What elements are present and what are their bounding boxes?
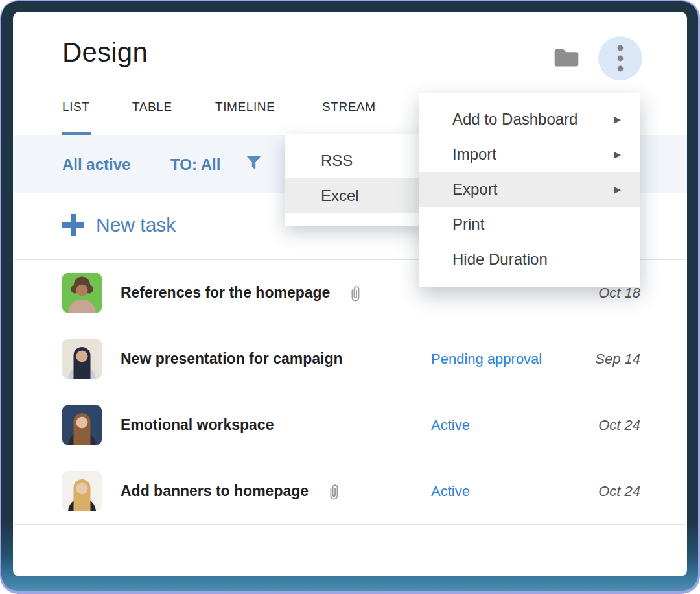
task-row[interactable]: New presentation for campaign Pending ap… <box>13 326 687 392</box>
task-status[interactable]: Active <box>431 458 470 524</box>
submenu-arrow-icon: ▶ <box>614 172 621 207</box>
tab-list[interactable]: LIST <box>62 100 90 114</box>
filter-button[interactable] <box>245 154 262 174</box>
submenu-arrow-icon: ▶ <box>614 102 621 137</box>
menu-item-label: Import <box>452 145 496 163</box>
more-menu-button[interactable] <box>598 36 642 80</box>
task-due-date: Oct 24 <box>598 458 640 524</box>
submenu-item-label: RSS <box>321 152 353 169</box>
menu-item-label: Add to Dashboard <box>452 110 578 128</box>
tab-timeline[interactable]: TIMELINE <box>215 100 275 114</box>
task-title[interactable]: Emotional workspace <box>121 416 274 434</box>
folder-icon <box>553 46 580 68</box>
task-due-date: Sep 14 <box>595 326 640 392</box>
task-status[interactable]: Active <box>431 392 470 458</box>
submenu-item-rss[interactable]: RSS <box>285 143 428 178</box>
menu-item-hide-duration[interactable]: Hide Duration ▶ <box>419 242 640 277</box>
task-due-date: Oct 24 <box>598 392 640 458</box>
task-status[interactable]: Pending approval <box>431 326 542 392</box>
kebab-menu-icon <box>617 45 624 72</box>
task-title[interactable]: New presentation for campaign <box>121 350 343 368</box>
task-row[interactable]: Emotional workspace Active Oct 24 <box>13 392 687 458</box>
tab-table[interactable]: TABLE <box>132 100 172 114</box>
attachment-icon <box>348 285 362 303</box>
task-title[interactable]: References for the homepage <box>121 284 330 302</box>
menu-item-label: Export <box>452 180 497 198</box>
funnel-icon <box>245 154 262 172</box>
menu-item-export[interactable]: Export ▶ <box>419 172 640 207</box>
folder-button[interactable] <box>552 44 581 70</box>
new-task-label: New task <box>96 214 176 236</box>
tab-stream[interactable]: STREAM <box>322 100 376 114</box>
menu-item-print[interactable]: Print ▶ <box>419 207 640 242</box>
submenu-item-excel[interactable]: Excel <box>285 178 428 213</box>
avatar <box>62 471 102 511</box>
filter-scope[interactable]: All active <box>62 156 130 174</box>
avatar <box>62 273 102 313</box>
attachment-icon <box>327 483 341 501</box>
task-title[interactable]: Add banners to homepage <box>121 482 309 500</box>
export-submenu: RSS Excel <box>285 134 428 226</box>
submenu-item-label: Excel <box>321 187 359 204</box>
page-title: Design <box>62 37 148 68</box>
row-divider <box>14 524 686 525</box>
menu-item-import[interactable]: Import ▶ <box>419 137 640 172</box>
menu-item-label: Hide Duration <box>452 250 548 268</box>
new-task-button[interactable]: New task <box>62 214 176 236</box>
submenu-arrow-icon: ▶ <box>614 137 621 172</box>
avatar <box>62 339 102 379</box>
app-window: Design LIST TABLE TIMELINE STREAM All ac… <box>0 0 700 594</box>
task-row[interactable]: Add banners to homepage Active Oct 24 <box>13 458 687 524</box>
plus-icon <box>62 214 84 236</box>
menu-item-label: Print <box>452 215 484 233</box>
avatar <box>62 405 102 445</box>
context-menu: Add to Dashboard ▶ Import ▶ Export ▶ Pri… <box>419 93 640 287</box>
filter-assignee[interactable]: TO: All <box>170 156 220 174</box>
menu-item-add-to-dashboard[interactable]: Add to Dashboard ▶ <box>419 102 640 137</box>
